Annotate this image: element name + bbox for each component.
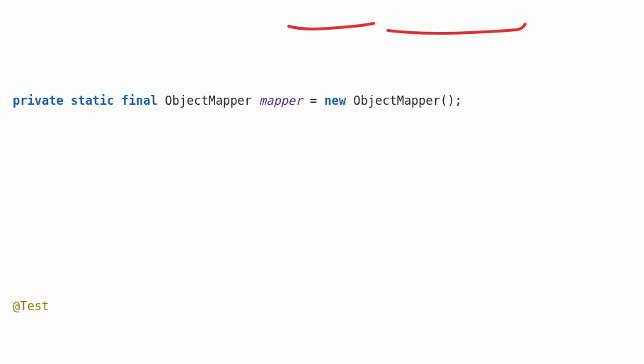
code-line: @Test — [13, 296, 631, 317]
code-line-blank — [13, 193, 631, 214]
operator: = — [310, 93, 317, 108]
code-line: private static final ObjectMapper mapper… — [13, 91, 631, 111]
punct: (); — [440, 93, 462, 108]
type: ObjectMapper — [353, 93, 440, 108]
keyword: new — [324, 93, 346, 108]
keyword: private — [13, 93, 64, 108]
code-editor[interactable]: private static final ObjectMapper mapper… — [0, 0, 644, 364]
field: mapper — [259, 93, 302, 108]
hand-annotation-underline-icon — [0, 0, 644, 42]
annotation: @Test — [13, 299, 49, 313]
keyword: static — [71, 93, 114, 108]
type: ObjectMapper — [165, 93, 252, 108]
keyword: final — [122, 93, 158, 108]
